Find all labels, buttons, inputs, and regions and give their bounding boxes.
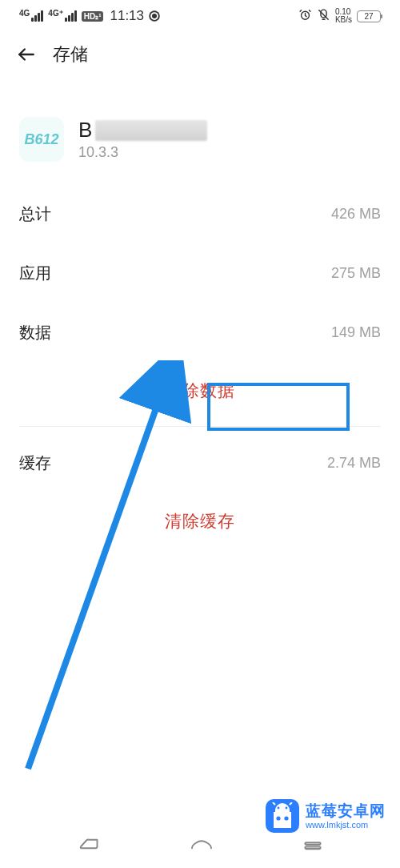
nav-recent-icon[interactable] bbox=[302, 836, 323, 855]
app-info: B612 B 10.3.3 bbox=[0, 77, 400, 184]
status-bar: 4G 4G⁺ HD₂¹ 11:13 0.10 KB/s bbox=[0, 0, 400, 32]
battery-icon: 27 bbox=[357, 10, 381, 22]
app-name: B bbox=[78, 118, 207, 143]
svg-point-7 bbox=[278, 807, 280, 810]
browser-icon bbox=[147, 9, 162, 23]
action-label: 清除数据 bbox=[165, 380, 235, 402]
alarm-icon bbox=[298, 8, 312, 24]
row-value: 275 MB bbox=[331, 265, 381, 282]
signal-1-icon: 4G bbox=[19, 10, 43, 22]
row-value: 2.74 MB bbox=[327, 455, 381, 472]
status-left: 4G 4G⁺ HD₂¹ 11:13 bbox=[19, 8, 162, 24]
watermark-url: www.lmkjst.com bbox=[306, 820, 386, 830]
svg-rect-6 bbox=[306, 846, 321, 849]
row-value: 149 MB bbox=[331, 324, 381, 341]
clock-time: 11:13 bbox=[110, 8, 144, 24]
clear-cache-button[interactable]: 清除缓存 bbox=[19, 492, 381, 550]
row-data: 数据 149 MB bbox=[19, 303, 381, 362]
svg-rect-5 bbox=[306, 842, 321, 845]
mute-icon bbox=[317, 8, 330, 24]
nav-home-icon[interactable] bbox=[190, 836, 214, 855]
svg-line-12 bbox=[290, 802, 292, 805]
row-label: 缓存 bbox=[19, 452, 51, 474]
storage-list: 总计 426 MB 应用 275 MB 数据 149 MB 清除数据 缓存 2.… bbox=[0, 184, 400, 550]
signal-2-icon: 4G⁺ bbox=[48, 10, 76, 22]
svg-point-9 bbox=[276, 816, 280, 820]
nav-back-icon[interactable] bbox=[77, 836, 101, 855]
app-icon: B612 bbox=[19, 117, 64, 162]
hd-badge: HD₂¹ bbox=[82, 11, 104, 22]
clear-data-button[interactable]: 清除数据 bbox=[19, 362, 381, 420]
action-label: 清除缓存 bbox=[165, 510, 235, 532]
header: 存储 bbox=[0, 32, 400, 77]
row-label: 总计 bbox=[19, 203, 51, 225]
svg-point-8 bbox=[286, 807, 288, 810]
row-label: 应用 bbox=[19, 263, 51, 284]
svg-point-10 bbox=[284, 816, 288, 820]
svg-point-2 bbox=[152, 14, 157, 18]
row-value: 426 MB bbox=[331, 206, 381, 223]
watermark: 蓝莓安卓网 www.lmkjst.com bbox=[266, 799, 386, 833]
svg-line-11 bbox=[273, 802, 275, 805]
censored-name bbox=[95, 120, 207, 141]
status-right: 0.10 KB/s 27 bbox=[298, 8, 381, 24]
network-speed: 0.10 KB/s bbox=[335, 8, 352, 24]
row-total: 总计 426 MB bbox=[19, 184, 381, 243]
back-button[interactable] bbox=[16, 44, 37, 65]
row-cache: 缓存 2.74 MB bbox=[19, 433, 381, 492]
app-version: 10.3.3 bbox=[78, 144, 207, 161]
row-label: 数据 bbox=[19, 322, 51, 344]
watermark-cn: 蓝莓安卓网 bbox=[306, 802, 386, 820]
divider bbox=[19, 426, 381, 427]
row-app: 应用 275 MB bbox=[19, 243, 381, 303]
page-title: 存储 bbox=[53, 42, 88, 66]
watermark-logo-icon bbox=[266, 799, 299, 833]
